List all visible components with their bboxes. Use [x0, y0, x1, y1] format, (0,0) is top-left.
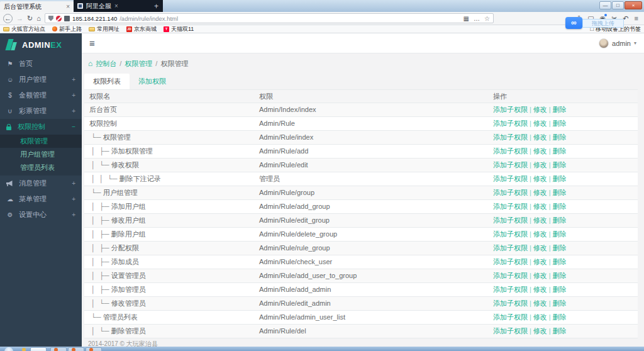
bookmark-item[interactable]: 火狐官方站点	[3, 25, 45, 33]
page-actions-icon[interactable]: …	[474, 15, 480, 22]
edit-link[interactable]: 修改	[533, 203, 547, 210]
edit-link[interactable]: 修改	[533, 299, 547, 307]
delete-link[interactable]: 删除	[553, 133, 567, 141]
minimize-button[interactable]: —	[599, 1, 611, 9]
delete-link[interactable]: 删除	[553, 120, 567, 127]
delete-link[interactable]: 删除	[553, 175, 567, 182]
sidebar-toggle-icon[interactable]: ≡	[89, 38, 95, 48]
sidebar-item-6[interactable]: ☁菜单管理+	[0, 191, 82, 207]
sidebar-subitem-1[interactable]: 用户组管理	[0, 148, 82, 161]
sidebar-item-5[interactable]: 消息管理+	[0, 176, 82, 191]
delete-link[interactable]: 删除	[553, 258, 567, 265]
home-icon[interactable]: ⌂	[36, 15, 41, 22]
edit-link[interactable]: 修改	[533, 175, 547, 182]
tracking-shield-icon[interactable]	[48, 16, 53, 21]
delete-link[interactable]: 删除	[553, 286, 567, 293]
restore-button[interactable]: □	[612, 1, 624, 9]
edit-link[interactable]: 修改	[533, 133, 547, 141]
delete-link[interactable]: 删除	[553, 189, 567, 196]
delete-link[interactable]: 删除	[553, 299, 567, 307]
delete-link[interactable]: 删除	[553, 147, 567, 155]
add-child-permission-link[interactable]: 添加子权限	[493, 175, 528, 182]
bookmark-item[interactable]: JD京东商城	[126, 25, 157, 33]
add-child-permission-link[interactable]: 添加子权限	[493, 244, 528, 252]
sidebar-subitem-2[interactable]: 管理员列表	[0, 161, 82, 174]
edit-link[interactable]: 修改	[533, 230, 547, 238]
tab-permission-list[interactable]: 权限列表	[84, 74, 130, 89]
tab-close-icon[interactable]: ×	[66, 3, 70, 10]
taskbar-button[interactable]	[68, 347, 84, 351]
edit-link[interactable]: 修改	[533, 120, 547, 127]
add-child-permission-link[interactable]: 添加子权限	[493, 258, 528, 265]
delete-link[interactable]: 删除	[553, 244, 567, 252]
delete-link[interactable]: 删除	[553, 216, 567, 224]
netdisk-icon[interactable]: ∞	[565, 17, 582, 29]
add-child-permission-link[interactable]: 添加子权限	[493, 106, 528, 113]
bookmark-item[interactable]: T天猫双11	[164, 25, 194, 33]
add-child-permission-link[interactable]: 添加子权限	[493, 147, 528, 155]
edit-link[interactable]: 修改	[533, 189, 547, 196]
start-button[interactable]	[4, 347, 13, 351]
edit-link[interactable]: 修改	[533, 327, 547, 335]
logo[interactable]: ADMINEX	[0, 33, 82, 56]
taskbar-button[interactable]	[86, 347, 102, 351]
delete-link[interactable]: 删除	[553, 327, 567, 335]
taskbar-folder-icon[interactable]	[22, 348, 26, 351]
sidebar-item-0[interactable]: ⚑首页	[0, 56, 82, 72]
add-child-permission-link[interactable]: 添加子权限	[493, 272, 528, 279]
add-child-permission-link[interactable]: 添加子权限	[493, 299, 528, 307]
taskbar-button[interactable]	[30, 347, 47, 351]
taskbar-button[interactable]	[50, 347, 67, 351]
delete-link[interactable]: 删除	[553, 161, 567, 169]
add-child-permission-link[interactable]: 添加子权限	[493, 203, 528, 210]
sidebar-item-2[interactable]: $金额管理+	[0, 87, 82, 103]
expand-toggle-icon[interactable]: +	[72, 108, 75, 114]
windows-taskbar[interactable]	[0, 347, 644, 351]
delete-link[interactable]: 删除	[553, 313, 567, 321]
delete-link[interactable]: 删除	[553, 106, 567, 113]
new-tab-button[interactable]: +	[154, 2, 158, 11]
expand-toggle-icon[interactable]: +	[72, 211, 75, 218]
bookmark-item[interactable]: 常用网址	[89, 25, 119, 33]
sidebar-item-7[interactable]: ⚙设置中心+	[0, 207, 82, 223]
add-child-permission-link[interactable]: 添加子权限	[493, 216, 528, 224]
add-child-permission-link[interactable]: 添加子权限	[493, 161, 528, 169]
back-icon[interactable]: ←	[3, 14, 13, 23]
sidebar-subitem-0[interactable]: 权限管理	[0, 135, 82, 148]
expand-toggle-icon[interactable]: −	[72, 123, 75, 130]
edit-link[interactable]: 修改	[533, 106, 547, 113]
edit-link[interactable]: 修改	[533, 147, 547, 155]
delete-link[interactable]: 删除	[553, 230, 567, 238]
edit-link[interactable]: 修改	[533, 161, 547, 169]
menu-hamburger-icon[interactable]: ≡	[635, 15, 638, 22]
add-child-permission-link[interactable]: 添加子权限	[493, 133, 528, 141]
delete-link[interactable]: 删除	[553, 203, 567, 210]
edit-link[interactable]: 修改	[533, 244, 547, 252]
expand-toggle-icon[interactable]: +	[72, 180, 75, 187]
add-child-permission-link[interactable]: 添加子权限	[493, 327, 528, 335]
add-child-permission-link[interactable]: 添加子权限	[493, 120, 528, 127]
edit-link[interactable]: 修改	[533, 286, 547, 293]
tab-close-icon[interactable]: ×	[114, 3, 118, 9]
user-menu[interactable]: admin ▾	[599, 38, 636, 48]
qr-code-icon[interactable]: ▦	[463, 15, 469, 22]
edit-link[interactable]: 修改	[533, 216, 547, 224]
bookmark-item[interactable]: 新手上路	[52, 25, 82, 33]
edit-link[interactable]: 修改	[533, 272, 547, 279]
sidebar-item-1[interactable]: ☺用户管理+	[0, 72, 82, 87]
add-child-permission-link[interactable]: 添加子权限	[493, 286, 528, 293]
breadcrumb-item[interactable]: 控制台	[96, 59, 116, 69]
sidebar-item-3[interactable]: ∪彩票管理+	[0, 103, 82, 119]
forward-icon[interactable]: →	[16, 15, 23, 22]
add-child-permission-link[interactable]: 添加子权限	[493, 230, 528, 238]
extension-icon[interactable]	[64, 16, 70, 21]
tab-add-permission[interactable]: 添加权限	[130, 74, 175, 89]
address-bar[interactable]: 185.184.221.140/admin/rule/index.html ▦ …	[45, 13, 494, 23]
add-child-permission-link[interactable]: 添加子权限	[493, 313, 528, 321]
reload-icon[interactable]: ↻	[27, 15, 33, 22]
expand-toggle-icon[interactable]: +	[72, 76, 75, 83]
sidebar-item-4[interactable]: 权限控制−	[0, 119, 82, 135]
browser-tab-inactive[interactable]: 阿里全服 ×	[74, 1, 149, 11]
close-button[interactable]: ×	[625, 1, 642, 9]
bookmark-star-icon[interactable]: ☆	[484, 15, 490, 22]
